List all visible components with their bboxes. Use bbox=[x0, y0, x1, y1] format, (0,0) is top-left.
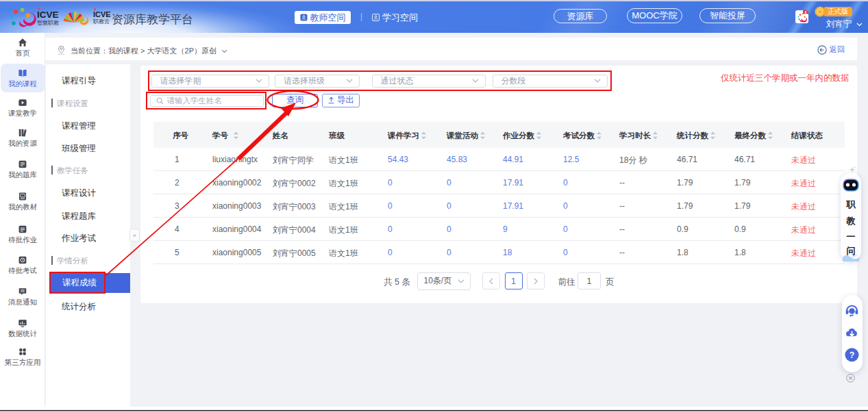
svg-text:ICVE: ICVE bbox=[93, 10, 111, 18]
svg-text:智慧职教: 智慧职教 bbox=[37, 20, 59, 26]
svg-text:?: ? bbox=[850, 350, 855, 360]
svg-text:职教云: 职教云 bbox=[92, 18, 110, 25]
svg-text:ICVE: ICVE bbox=[37, 10, 59, 20]
